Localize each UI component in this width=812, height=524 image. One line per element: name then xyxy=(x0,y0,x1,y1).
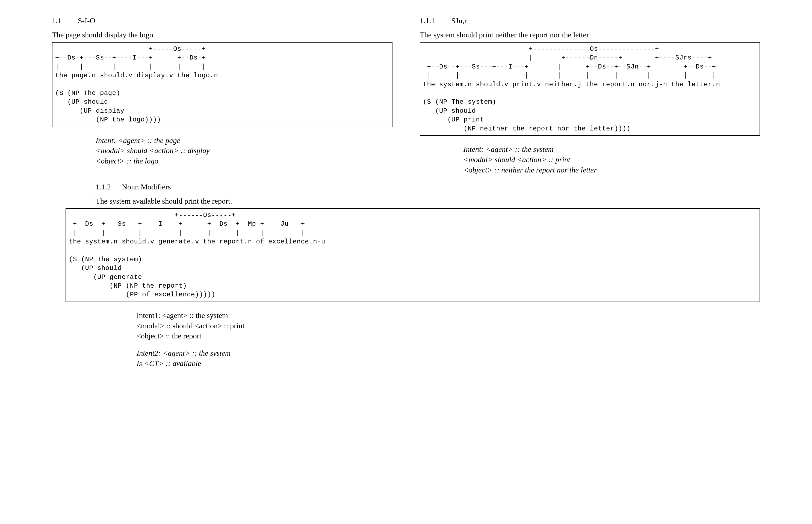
example-sentence: The system available should print the re… xyxy=(96,197,393,206)
section-title: S-I-O xyxy=(78,16,95,25)
left-column: 1.1 S-I-O The page should display the lo… xyxy=(52,16,393,208)
example-sentence: The page should display the logo xyxy=(52,31,393,39)
section-1-1-2-heading: 1.1.2 Noun Modifiers xyxy=(96,183,393,191)
section-number: 1.1.1 xyxy=(420,16,435,25)
intent-block: Intent2: <agent> :: the system Is <CT> :… xyxy=(137,348,760,369)
intent-line: Intent: <agent> :: the system xyxy=(463,144,760,154)
intent-block: Intent: <agent> :: the system <modal> sh… xyxy=(463,144,760,175)
intent-line: <modal> should <action> :: print xyxy=(463,154,760,165)
intent-line: <object> :: the report xyxy=(137,331,760,341)
intent-line: Intent: <agent> :: the page xyxy=(96,135,393,146)
section-1-1-2-body: +------Os-----+ +--Ds--+---Ss---+----I--… xyxy=(66,208,760,369)
section-title: Noun Modifiers xyxy=(122,183,171,191)
example-sentence: The system should print neither the repo… xyxy=(420,31,760,39)
parse-diagram-box: +-----Os-----+ +--Ds-+---Ss--+----I---+ … xyxy=(52,42,393,127)
parse-diagram-box: +--------------Os--------------+ | +----… xyxy=(420,42,760,136)
section-title: SJn,r xyxy=(451,16,467,25)
intent-line: Is <CT> :: available xyxy=(137,358,760,369)
section-1-1-heading: 1.1 S-I-O xyxy=(52,16,393,25)
right-column: 1.1.1 SJn,r The system should print neit… xyxy=(420,16,760,208)
intent-line: <modal> :: should <action> :: print xyxy=(137,321,760,331)
section-1-1-1-heading: 1.1.1 SJn,r xyxy=(420,16,760,25)
section-number: 1.1 xyxy=(52,16,61,25)
intent-block: Intent: <agent> :: the page <modal> shou… xyxy=(96,135,393,166)
intent-line: <modal> should <action> :: display xyxy=(96,146,393,156)
section-1-1-2: 1.1.2 Noun Modifiers The system availabl… xyxy=(96,183,393,206)
section-number: 1.1.2 xyxy=(96,183,111,191)
intent-wrap: Intent1: <agent> :: the system <modal> :… xyxy=(137,310,760,369)
intent-line: <object> :: neither the report nor the l… xyxy=(463,165,760,175)
intent-line: <object> :: the logo xyxy=(96,156,393,166)
intent-line: Intent2: <agent> :: the system xyxy=(137,348,760,358)
intent-line: Intent1: <agent> :: the system xyxy=(137,310,760,321)
parse-diagram-box: +------Os-----+ +--Ds--+---Ss---+----I--… xyxy=(66,208,760,302)
intent-block: Intent1: <agent> :: the system <modal> :… xyxy=(137,310,760,341)
